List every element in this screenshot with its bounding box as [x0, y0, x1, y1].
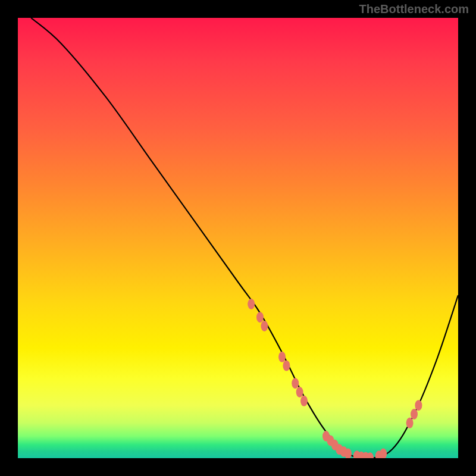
- data-marker: [261, 321, 268, 331]
- data-marker: [256, 312, 264, 322]
- data-marker: [415, 400, 422, 411]
- data-marker: [406, 418, 414, 428]
- data-marker: [296, 387, 303, 397]
- curve-line: [31, 18, 458, 458]
- watermark-text: TheBottleneck.com: [359, 2, 469, 16]
- markers-group: [248, 299, 422, 458]
- data-marker: [411, 409, 418, 419]
- data-marker: [380, 449, 387, 458]
- data-marker: [278, 352, 286, 362]
- plot-area: [18, 18, 458, 458]
- data-marker: [283, 361, 290, 371]
- data-marker: [300, 396, 308, 406]
- data-marker: [248, 299, 255, 309]
- data-marker: [292, 378, 299, 389]
- chart-svg: [18, 18, 458, 458]
